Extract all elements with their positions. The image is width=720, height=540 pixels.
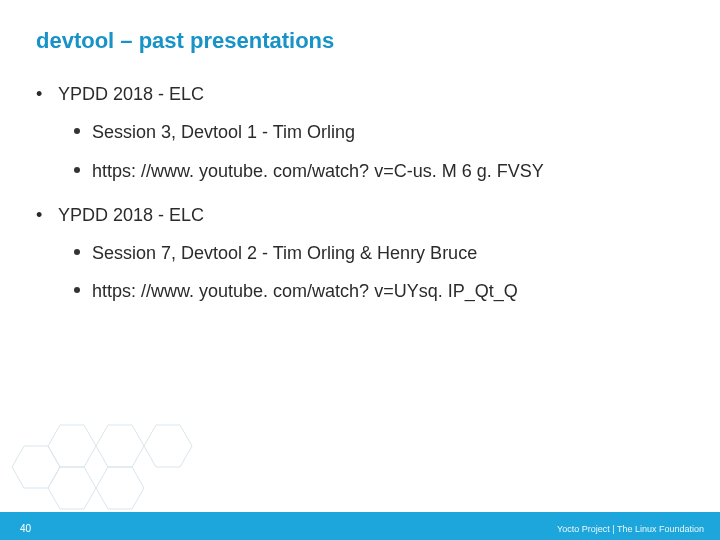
- slide-content: YPDD 2018 - ELC Session 3, Devtool 1 - T…: [36, 82, 690, 324]
- list-item: https: //www. youtube. com/watch? v=UYsq…: [70, 279, 690, 303]
- section-heading: YPDD 2018 - ELC: [36, 82, 690, 106]
- svg-marker-4: [96, 467, 144, 509]
- footer-bar: 40 Yocto Project | The Linux Foundation: [0, 512, 720, 540]
- list-item: Session 7, Devtool 2 - Tim Orling & Henr…: [70, 241, 690, 265]
- svg-marker-5: [144, 425, 192, 467]
- hex-pattern-icon: [0, 422, 200, 512]
- list-item: https: //www. youtube. com/watch? v=C-us…: [70, 159, 690, 183]
- section-heading: YPDD 2018 - ELC: [36, 203, 690, 227]
- page-number: 40: [20, 523, 31, 534]
- slide-title: devtool – past presentations: [36, 28, 334, 54]
- svg-marker-2: [48, 467, 96, 509]
- svg-marker-1: [48, 425, 96, 467]
- svg-marker-3: [96, 425, 144, 467]
- footer-credit: Yocto Project | The Linux Foundation: [557, 524, 704, 534]
- section-1: YPDD 2018 - ELC Session 3, Devtool 1 - T…: [36, 82, 690, 183]
- svg-marker-0: [12, 446, 60, 488]
- list-item: Session 3, Devtool 1 - Tim Orling: [70, 120, 690, 144]
- section-2: YPDD 2018 - ELC Session 7, Devtool 2 - T…: [36, 203, 690, 304]
- slide: devtool – past presentations YPDD 2018 -…: [0, 0, 720, 540]
